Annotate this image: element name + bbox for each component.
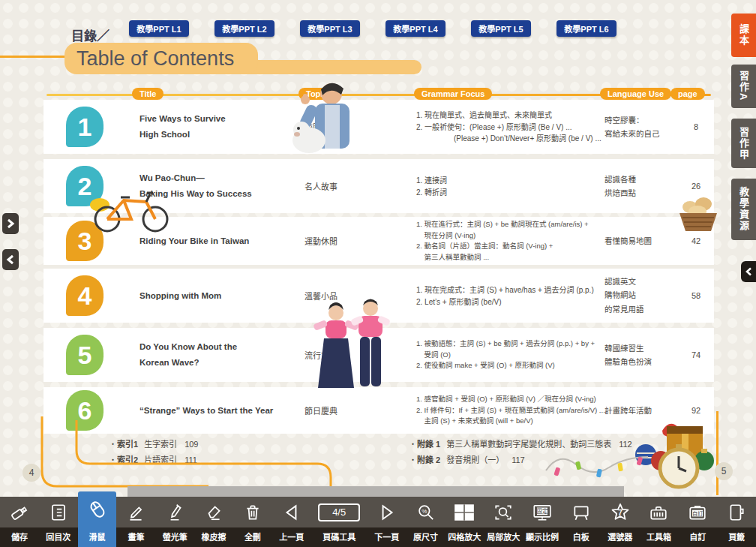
toolbar-prev-page[interactable]: 上一頁 — [272, 497, 311, 547]
page-tab-icon — [727, 503, 746, 522]
side-tab-textbook[interactable]: 課本 — [731, 14, 756, 57]
unit-number-badge: 1 — [66, 107, 104, 147]
page-title: Table of Contents — [64, 43, 258, 74]
unit-grammar: 1. 感官動詞 + 受詞 (O) + 原形動詞 (V) ／現在分詞 (V-ing… — [416, 394, 608, 427]
svg-text:%: % — [422, 507, 427, 514]
chevron-right-icon — [6, 218, 15, 229]
mouse-icon — [87, 499, 108, 520]
ppt-button-l3[interactable]: 教學PPT L3 — [300, 20, 360, 37]
svg-text:固定: 固定 — [536, 507, 548, 515]
appendix-page: 117 — [512, 455, 525, 464]
bread-basket — [675, 188, 720, 234]
toolbar-back-to-contents[interactable]: 回目次 — [39, 497, 78, 547]
title-decor-line — [0, 56, 69, 58]
unit-title: Shopping with Mom — [140, 288, 301, 304]
appendix-label: 附錄 2 — [417, 455, 440, 464]
appendix-entry-2: ・附錄 2發音規則（一）117 — [409, 453, 525, 465]
print-page-number-right: 5 — [715, 462, 733, 480]
toolbar-four-grid-zoom[interactable]: 四格放大 — [445, 497, 484, 547]
toolbar-number-picker[interactable]: 7 選號器 — [601, 497, 640, 547]
ppt-button-l6[interactable]: 教學PPT L6 — [556, 20, 616, 37]
chevron-left-icon — [745, 267, 752, 276]
toolbar-page-tabs[interactable]: 頁籤 — [717, 497, 756, 547]
ppt-button-l1[interactable]: 教學PPT L1 — [129, 20, 189, 37]
edge-next-button[interactable] — [2, 213, 19, 234]
svg-text:自訂: 自訂 — [692, 509, 703, 516]
side-panel-collapse-button[interactable] — [741, 261, 756, 282]
toolbar-original-size[interactable]: % 原尺寸 — [406, 497, 446, 547]
column-header-grammar: Grammar Focus — [414, 88, 492, 100]
side-tab-workbook-jia[interactable]: 習作甲 — [731, 119, 756, 168]
unit-language-use: 時空膠囊： 寫給未來的自己 — [604, 113, 680, 141]
youbike-bicycle — [85, 176, 176, 235]
toc-row-1: 1 Five Ways to Survive High School 校園生活 … — [44, 100, 714, 154]
column-header-title: Title — [132, 88, 164, 100]
toolbar-pen[interactable]: 畫筆 — [116, 497, 155, 547]
toolbar-save[interactable]: 儲存 — [0, 497, 39, 547]
ppt-button-l5[interactable]: 教學PPT L5 — [471, 20, 531, 37]
catalog-label: 目錄／ — [71, 26, 110, 44]
toolbar-highlighter[interactable]: 螢光筆 — [155, 497, 194, 547]
unit-number-badge: 5 — [66, 335, 104, 375]
column-header-language-use: Language Use — [600, 88, 671, 100]
ebook-viewer: 目錄／ Table of Contents 教學PPT L1 教學PPT L2 … — [0, 0, 756, 547]
bottom-toolbar: 儲存 回目次 滑鼠 畫筆 螢光筆 橡皮擦 全刪 上一頁 — [0, 497, 756, 547]
toolbar-whiteboard[interactable]: 白板 — [562, 497, 601, 547]
unit-language-use: 認識英文 購物網站 的常見用語 — [604, 275, 680, 316]
four-grid-icon — [453, 503, 476, 522]
unit-language-use: 認識各種 烘焙西點 — [604, 173, 680, 200]
trash-icon — [243, 503, 262, 522]
next-triangle-icon — [377, 503, 397, 522]
appendix-label: 附錄 1 — [417, 440, 440, 449]
toolbar-custom[interactable]: 自訂 自訂 — [678, 497, 717, 547]
edge-prev-button[interactable] — [2, 249, 19, 270]
unit-grammar: 1. 被動語態：主詞 (S) + be 動詞 + 過去分詞 (p.p.) + b… — [416, 338, 608, 371]
man-with-dog-photo — [284, 77, 370, 154]
toolbar-delete-all[interactable]: 全刪 — [233, 497, 272, 547]
unit-grammar: 1. 連接詞 2. 轉折詞 — [416, 175, 608, 198]
toolbar-toolbox[interactable]: 工具箱 — [640, 497, 679, 547]
highlighter-icon — [165, 503, 184, 522]
print-page-number-left: 4 — [22, 464, 40, 482]
toolbar-eraser[interactable]: 橡皮擦 — [194, 497, 233, 547]
unit-page: 42 — [681, 236, 711, 245]
toolbar-display-ratio[interactable]: 固定 顯示比例 — [523, 497, 562, 547]
whiteboard-icon — [572, 503, 591, 522]
unit-language-use: 計畫跨年活動 — [604, 404, 680, 417]
star-number-icon: 7 — [610, 502, 631, 523]
magnifier-brackets-icon — [494, 503, 513, 522]
unit-title: Do You Know About the Korean Wave? — [140, 339, 301, 370]
toolbox-icon — [649, 503, 668, 522]
pencil-icon — [126, 503, 146, 522]
unit-title: Riding Your Bike in Taiwan — [140, 233, 301, 249]
unit-page: 92 — [681, 406, 711, 415]
bullet: ・ — [409, 455, 417, 464]
toolbar-next-page[interactable]: 下一頁 — [368, 497, 406, 547]
toolbar-partial-zoom[interactable]: 局部放大 — [484, 497, 523, 547]
ppt-button-l4[interactable]: 教學PPT L4 — [386, 20, 446, 37]
ppt-button-l2[interactable]: 教學PPT L2 — [214, 20, 274, 37]
side-tab-workbook-a[interactable]: 習作A — [731, 65, 756, 108]
unit-topic: 名人故事 — [304, 180, 387, 192]
page-indicator[interactable]: 4/5 — [318, 503, 360, 521]
contents-list-icon — [49, 503, 68, 522]
side-tab-teaching-resources[interactable]: 教學資源 — [731, 179, 756, 240]
toolbar-page-number-tool[interactable]: 4/5 頁碼工具 — [311, 497, 368, 547]
toolbar-mouse[interactable]: 滑鼠 — [78, 491, 117, 547]
unit-page: 58 — [681, 291, 711, 300]
magnifier-percent-icon: % — [416, 503, 436, 522]
unit-grammar: 1. 現在完成式：主詞 (S) + have/has + 過去分詞 (p.p.)… — [416, 284, 608, 308]
unit-language-use: 看懂簡易地圖 — [604, 234, 680, 248]
prev-triangle-icon — [282, 503, 302, 522]
usb-drive-icon — [10, 503, 29, 522]
unit-language-use: 韓國練習生 體驗角色扮演 — [604, 341, 680, 369]
custom-box-icon: 自訂 — [688, 503, 707, 522]
unit-grammar: 1. 現在簡單式、過去簡單式、未來簡單式 2. 一般祈使句：(Please +)… — [416, 110, 608, 145]
monitor-fixed-icon: 固定 — [532, 503, 553, 522]
chevron-left-icon — [6, 254, 15, 265]
bullet: ・ — [409, 440, 417, 449]
unit-page: 8 — [681, 122, 711, 131]
eraser-icon — [204, 503, 224, 522]
unit-title: Five Ways to Survive High School — [140, 111, 301, 142]
svg-text:7: 7 — [618, 507, 622, 516]
